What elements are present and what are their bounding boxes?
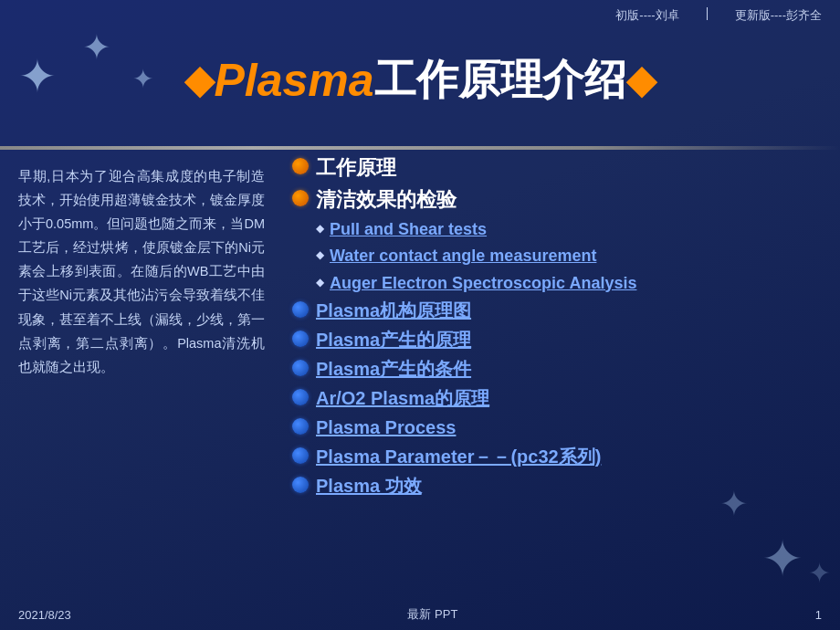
- bullet-circle-3: [292, 301, 309, 318]
- bullet-text-4[interactable]: Plasma产生的原理: [316, 328, 471, 352]
- right-content: 工作原理 清洁效果的检验 ◆ Pull and Shear tests ◆ Wa…: [292, 155, 831, 503]
- bullet-circle-7: [292, 418, 309, 435]
- bullet-item-4: Plasma产生的原理: [292, 328, 831, 352]
- star-decoration-4: ✦: [761, 530, 803, 588]
- footer-date: 2021/8/23: [18, 608, 71, 622]
- bullet-circle-9: [292, 477, 309, 493]
- footer: 2021/8/23 最新 PPT 1: [0, 606, 840, 623]
- sub-bullet-1: ◆ Pull and Shear tests: [316, 218, 831, 241]
- title-suffix-diamond: ◆: [626, 58, 656, 103]
- bullet-text-3[interactable]: Plasma机构原理图: [316, 299, 471, 322]
- top-bar: 初版----刘卓 更新版----彭齐全: [615, 7, 822, 24]
- sub-diamond-2: ◆: [316, 248, 324, 261]
- bullet-text-5[interactable]: Plasma产生的条件: [316, 357, 471, 381]
- footer-center-text: 最新 PPT: [71, 606, 794, 623]
- title-chinese: 工作原理介绍: [374, 55, 626, 105]
- bullet-circle-2: [292, 190, 309, 206]
- bullet-circle-6: [292, 389, 309, 405]
- title-plasma-text: Plasma: [214, 53, 373, 108]
- bullet-text-9[interactable]: Plasma 功效: [316, 474, 422, 498]
- bullet-item-9: Plasma 功效: [292, 474, 831, 498]
- bullet-item-2: 清洁效果的检验: [292, 187, 831, 214]
- star-decoration-6: ✦: [808, 557, 831, 589]
- bullet-item-7: Plasma Process: [292, 415, 831, 439]
- title-area: ◆ Plasma 工作原理介绍 ◆: [0, 44, 840, 117]
- separator-line: [0, 146, 840, 150]
- bullet-item-3: Plasma机构原理图: [292, 299, 831, 322]
- top-bar-divider: [707, 7, 708, 20]
- bullet-text-7[interactable]: Plasma Process: [316, 415, 456, 439]
- title-text: ◆ Plasma 工作原理介绍 ◆: [18, 53, 822, 108]
- title-prefix-diamond: ◆: [184, 58, 214, 103]
- sub-diamond-3: ◆: [316, 276, 324, 289]
- bullet-text-6[interactable]: Ar/O2 Plasma的原理: [316, 386, 489, 410]
- slide: ✦ ✦ ✦ ✦ ✦ ✦ 初版----刘卓 更新版----彭齐全 ◆ Plasma…: [0, 0, 840, 630]
- sub-bullet-text-3[interactable]: Auger Electron Spectroscopic Analysis: [330, 272, 636, 295]
- sub-bullet-3: ◆ Auger Electron Spectroscopic Analysis: [316, 272, 831, 295]
- bullet-text-8[interactable]: Plasma Parameter－－(pc32系列): [316, 445, 601, 468]
- bullet-item-5: Plasma产生的条件: [292, 357, 831, 381]
- bullet-item-1: 工作原理: [292, 155, 831, 182]
- sub-diamond-1: ◆: [316, 222, 324, 235]
- bullet-circle-1: [292, 158, 309, 174]
- bullet-item-8: Plasma Parameter－－(pc32系列): [292, 445, 831, 468]
- sub-bullet-2: ◆ Water contact angle measurement: [316, 245, 831, 268]
- author1-label: 初版----刘卓: [615, 7, 678, 24]
- sub-bullets: ◆ Pull and Shear tests ◆ Water contact a…: [316, 218, 831, 295]
- bullet-circle-4: [292, 331, 309, 347]
- bullet-item-6: Ar/O2 Plasma的原理: [292, 386, 831, 410]
- bullet-circle-8: [292, 447, 309, 464]
- left-paragraph: 早期,日本为了迎合高集成度的电子制造技术，开始使用超薄镀金技术，镀金厚度小于0.…: [18, 164, 265, 379]
- bullet-text-2[interactable]: 清洁效果的检验: [316, 187, 457, 214]
- footer-page-number: 1: [794, 608, 822, 622]
- bullet-circle-5: [292, 360, 309, 376]
- bullet-text-1[interactable]: 工作原理: [316, 155, 396, 182]
- sub-bullet-text-1[interactable]: Pull and Shear tests: [330, 218, 487, 241]
- author2-label: 更新版----彭齐全: [735, 7, 822, 24]
- sub-bullet-text-2[interactable]: Water contact angle measurement: [330, 245, 596, 268]
